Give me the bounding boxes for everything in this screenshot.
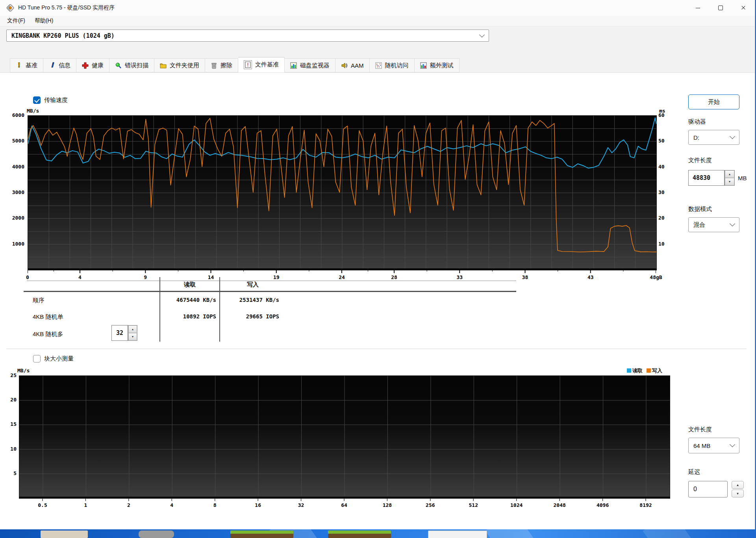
section-divider	[6, 349, 747, 349]
desktop-icon[interactable]	[139, 531, 174, 538]
tab-health[interactable]: 健康	[76, 58, 109, 72]
chart1-y-unit: MB/s	[27, 108, 39, 114]
delay-input[interactable]: 0	[688, 481, 728, 497]
health-cross-icon	[82, 62, 89, 69]
row-label-4k-multi: 4KB 随机多	[33, 331, 63, 338]
data-mode-label: 数据模式	[688, 205, 712, 213]
block-size-checkbox-row: 块大小测量	[33, 355, 74, 362]
chart2-legend: 读取 写入	[627, 367, 662, 374]
chart1-y-axis-left: 600050004000300020001000	[5, 115, 24, 270]
file-length2-label: 文件长度	[688, 426, 712, 433]
tab-file-benchmark[interactable]: ! 文件基准	[238, 57, 285, 72]
title-bar: HD Tune Pro 5.75 - 硬盘/SSD 实用程序	[0, 0, 755, 16]
file-length-unit: MB	[738, 175, 747, 181]
delay-up-button[interactable]: ▲	[732, 481, 744, 489]
tab-info[interactable]: i 信息	[43, 58, 76, 72]
tab-benchmark[interactable]: ! 基准	[10, 58, 43, 72]
spin-down-icon[interactable]: ▼	[128, 333, 137, 340]
file-length-spinner[interactable]: ▲ ▼	[724, 170, 735, 186]
spin-down-icon[interactable]: ▼	[725, 178, 734, 185]
col-header-read: 读取	[160, 281, 219, 288]
chart2-x-axis: 0.512481632641282565121024204840968192	[19, 502, 669, 509]
chevron-down-icon	[479, 32, 485, 37]
row-label-sequential: 顺序	[33, 297, 44, 304]
transfer-speed-checkbox[interactable]	[33, 96, 41, 104]
tab-extra-tests[interactable]: 额外测试	[415, 58, 460, 72]
trash-icon	[211, 62, 217, 69]
start-button[interactable]: 开始	[688, 94, 739, 109]
file-length-label: 文件长度	[688, 157, 712, 164]
delay-label: 延迟	[688, 468, 700, 476]
app-window: HD Tune Pro 5.75 - 硬盘/SSD 实用程序 文件(F) 帮助(…	[0, 0, 755, 529]
window-title: HD Tune Pro 5.75 - 硬盘/SSD 实用程序	[18, 4, 115, 11]
maximize-button[interactable]	[709, 0, 732, 16]
app-icon	[6, 4, 14, 12]
chevron-down-icon	[730, 442, 735, 447]
row-label-4k-single: 4KB 随机单	[33, 313, 63, 321]
read-swatch	[627, 368, 631, 373]
drive-dropdown[interactable]: D:	[688, 130, 739, 145]
screen: HD Tune Pro 5.75 - 硬盘/SSD 实用程序 文件(F) 帮助(…	[0, 0, 756, 538]
chart2-y-unit: MB/s	[17, 368, 30, 373]
close-icon	[741, 6, 746, 10]
tab-random-access[interactable]: 随机访问	[370, 58, 415, 72]
info-icon: i	[49, 62, 56, 69]
file-length2-dropdown[interactable]: 64 MB	[688, 438, 739, 453]
tab-folder-usage[interactable]: 文件夹使用	[154, 58, 205, 72]
file-benchmark-icon: !	[244, 60, 252, 69]
desktop-icon[interactable]	[230, 531, 293, 538]
svg-text:!: !	[247, 62, 249, 68]
chevron-down-icon	[730, 133, 735, 139]
maximize-icon	[718, 6, 723, 10]
chart2-x-ticks	[19, 498, 669, 501]
extra-tests-icon	[420, 62, 427, 69]
desktop-icon[interactable]	[428, 531, 487, 538]
close-button[interactable]	[732, 0, 755, 16]
scatter-icon	[375, 62, 382, 69]
drive-select-value: KINGBANK KP260 PLUS (1024 gB)	[11, 32, 115, 39]
drive-select[interactable]: KINGBANK KP260 PLUS (1024 gB)	[6, 30, 489, 42]
tab-aam[interactable]: AAM	[335, 58, 370, 72]
chart1-x-ticks	[28, 270, 656, 274]
wallpaper-streak	[643, 529, 692, 538]
wallpaper-streak	[485, 529, 534, 538]
menu-help[interactable]: 帮助(H)	[30, 16, 58, 26]
tab-disk-monitor[interactable]: 磁盘监视器	[285, 58, 335, 72]
col-header-write: 写入	[220, 281, 285, 288]
folder-icon	[160, 62, 167, 69]
transfer-speed-label: 传输速度	[44, 96, 68, 104]
table-rule-thick	[24, 291, 516, 292]
sequential-write-value: 2531437 KB/s	[219, 297, 279, 303]
minimize-icon	[696, 8, 700, 8]
block-size-checkbox[interactable]	[33, 355, 41, 362]
tab-erase[interactable]: 擦除	[205, 58, 238, 72]
transfer-speed-checkbox-row: 传输速度	[33, 96, 68, 104]
block-size-label: 块大小测量	[44, 355, 74, 362]
magnifier-icon	[115, 62, 122, 69]
tab-error-scan[interactable]: 错误扫描	[109, 58, 154, 72]
data-mode-dropdown[interactable]: 混合	[688, 217, 739, 232]
spin-up-icon[interactable]: ▲	[128, 325, 137, 333]
file-length-input[interactable]: 48830	[688, 170, 724, 186]
drive-label: 驱动器	[688, 118, 706, 126]
block-size-chart	[19, 375, 670, 499]
delay-down-button[interactable]: ▼	[732, 490, 744, 497]
chart1-y-axis-right: 605040302010	[658, 115, 674, 270]
legend-read: 读取	[627, 367, 643, 374]
minimize-button[interactable]	[686, 0, 709, 16]
exclamation-icon: !	[16, 62, 22, 69]
queue-depth-input[interactable]: 32	[111, 325, 128, 341]
menu-bar: 文件(F) 帮助(H)	[0, 16, 755, 26]
tab-bar: ! 基准 i 信息 健康 错误扫描	[0, 58, 755, 73]
desktop-strip	[0, 529, 756, 538]
desktop-icon[interactable]	[41, 531, 88, 538]
queue-depth-spinner[interactable]: ▲ ▼	[128, 325, 137, 341]
desktop-icon[interactable]	[328, 531, 391, 538]
spin-up-icon[interactable]: ▲	[725, 170, 734, 178]
chevron-down-icon	[730, 221, 735, 226]
menu-file[interactable]: 文件(F)	[2, 16, 30, 26]
speaker-icon	[341, 62, 348, 69]
toolbar: KINGBANK KP260 PLUS (1024 gB) ℃	[0, 26, 755, 55]
random-single-read-value: 10892 IOPS	[159, 313, 216, 320]
chart2-y-axis: 252015105	[2, 375, 17, 498]
